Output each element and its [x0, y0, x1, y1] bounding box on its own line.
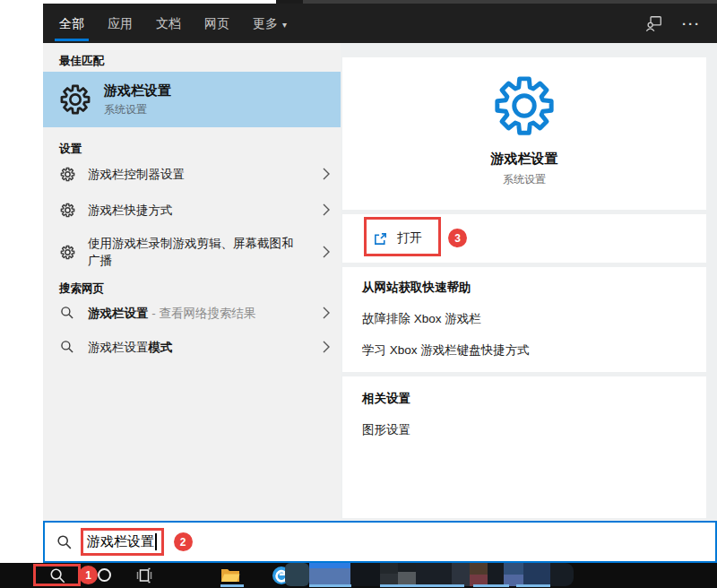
tab-documents-label: 文档: [156, 16, 181, 30]
search-icon: [56, 534, 73, 550]
cortana-icon[interactable]: [98, 568, 111, 582]
best-match-subtitle: 系统设置: [104, 102, 171, 117]
related-settings-card: 相关设置 图形设置: [342, 376, 706, 518]
task-view-icon[interactable]: [135, 567, 153, 584]
web-query-text: 游戏栏设置: [88, 307, 149, 320]
text-caret: [155, 533, 157, 550]
chevron-right-icon: [323, 246, 330, 258]
running-app-indicator: [380, 584, 464, 587]
blurred-app-icon[interactable]: [285, 563, 309, 586]
running-app-indicator: [473, 584, 509, 587]
settings-section-header: 设置: [43, 142, 341, 156]
file-explorer-icon[interactable]: [220, 566, 240, 584]
chevron-right-icon: [323, 341, 330, 353]
account-icon[interactable]: [645, 15, 662, 32]
tab-more-label: 更多: [253, 16, 278, 30]
annotation-badge-2: 2: [174, 532, 193, 551]
settings-gear-icon: [492, 74, 557, 142]
annotation-box-step2: 游戏栏设置: [81, 528, 164, 556]
blurred-app-icon[interactable]: [470, 563, 488, 586]
search-icon: [59, 306, 75, 320]
blurred-app-icon[interactable]: [523, 563, 550, 586]
settings-result-controller[interactable]: 游戏栏控制器设置: [43, 156, 341, 192]
tab-web[interactable]: 网页: [203, 4, 231, 43]
best-match-header: 最佳匹配: [43, 54, 341, 68]
annotation-box-step3: [364, 217, 441, 256]
tab-all-label: 全部: [59, 16, 84, 30]
web-suffix-text: - 查看网络搜索结果: [149, 307, 256, 320]
settings-result-shortcuts[interactable]: 游戏栏快捷方式: [43, 192, 341, 228]
blurred-app-icon[interactable]: [550, 563, 574, 586]
running-app-indicator: [516, 584, 550, 587]
tab-web-label: 网页: [204, 16, 229, 30]
help-link-troubleshoot[interactable]: 故障排除 Xbox 游戏栏: [362, 311, 687, 327]
help-header: 从网站获取快速帮助: [362, 280, 687, 296]
gear-icon: [59, 245, 75, 260]
preview-panel: 游戏栏设置 系统设置 打开 3 从网站获取快速帮助 故障排除 Xbox 游戏栏: [341, 43, 717, 521]
active-tab-indicator: [55, 39, 89, 41]
tab-all[interactable]: 全部: [57, 4, 86, 43]
running-app-indicator: [309, 584, 351, 587]
blurred-app-icon[interactable]: [504, 563, 523, 586]
windows-search-flyout: 全部 应用 文档 网页 更多▾ ··· 最佳匹配: [43, 4, 717, 563]
running-app-indicator: [220, 584, 244, 587]
gear-icon: [59, 203, 75, 218]
blurred-app-icon[interactable]: [416, 563, 452, 586]
search-header: 全部 应用 文档 网页 更多▾ ···: [43, 4, 717, 43]
settings-result-capture[interactable]: 使用游戏栏录制游戏剪辑、屏幕截图和广播: [43, 228, 341, 276]
taskbar-search-icon[interactable]: [48, 566, 66, 584]
related-link-graphics[interactable]: 图形设置: [362, 422, 687, 438]
blurred-app-icon[interactable]: [488, 563, 504, 586]
search-input[interactable]: 游戏栏设置 2: [43, 521, 717, 563]
web-result-see-results[interactable]: 游戏栏设置 - 查看网络搜索结果: [43, 296, 341, 330]
search-query-text: 游戏栏设置: [87, 533, 154, 550]
dropdown-arrow-icon: ▾: [282, 20, 287, 30]
result-label: 游戏栏控制器设置: [88, 166, 185, 183]
search-icon: [59, 340, 75, 354]
result-label: 游戏栏快捷方式: [88, 202, 173, 219]
result-label: 使用游戏栏录制游戏剪辑、屏幕截图和广播: [88, 235, 301, 269]
results-panel: 最佳匹配 游戏栏设置 系统设置 设置 游戏栏控制器设置 游戏栏快捷: [43, 43, 341, 521]
preview-subtitle: 系统设置: [503, 172, 546, 187]
best-match-result[interactable]: 游戏栏设置 系统设置: [43, 72, 341, 127]
app-preview-card: 游戏栏设置 系统设置: [342, 57, 706, 210]
blurred-app-icon[interactable]: [398, 563, 416, 586]
chevron-right-icon: [323, 203, 330, 216]
tab-more[interactable]: 更多▾: [251, 4, 289, 43]
blurred-app-icon[interactable]: [350, 563, 380, 586]
chevron-right-icon: [323, 307, 330, 319]
blurred-app-icon[interactable]: [452, 563, 470, 586]
annotation-badge-1: 1: [79, 566, 98, 584]
chevron-right-icon: [323, 168, 330, 180]
best-match-title: 游戏栏设置: [104, 82, 171, 99]
related-settings-header: 相关设置: [362, 391, 687, 407]
annotation-badge-3: 3: [448, 229, 467, 247]
open-action-card: 打开 3: [342, 214, 706, 263]
start-button[interactable]: [8, 568, 23, 584]
search-web-section-header: 搜索网页: [43, 281, 341, 296]
preview-title: 游戏栏设置: [491, 151, 558, 168]
blurred-app-icon[interactable]: [309, 563, 350, 586]
tab-apps-label: 应用: [108, 16, 133, 30]
gear-icon: [59, 167, 75, 182]
web-query-text: 游戏栏设置: [88, 341, 149, 354]
more-options-icon[interactable]: ···: [682, 16, 701, 31]
taskbar: 1: [0, 563, 717, 588]
web-result-suggestion[interactable]: 游戏栏设置模式: [43, 330, 341, 364]
help-card: 从网站获取快速帮助 故障排除 Xbox 游戏栏 学习 Xbox 游戏栏键盘快捷方…: [342, 267, 706, 372]
blurred-app-icon[interactable]: [380, 563, 398, 586]
help-link-shortcuts[interactable]: 学习 Xbox 游戏栏键盘快捷方式: [362, 342, 687, 359]
gear-icon: [59, 83, 91, 116]
web-suggestion-bold: 模式: [149, 341, 173, 354]
tab-apps[interactable]: 应用: [106, 4, 134, 43]
tab-documents[interactable]: 文档: [154, 4, 183, 43]
